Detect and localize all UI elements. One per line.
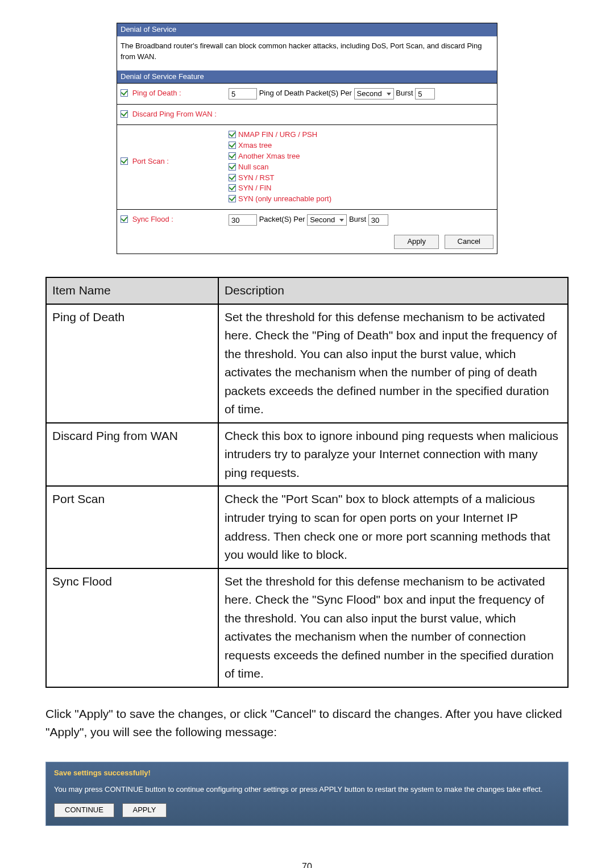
cancel-button[interactable]: Cancel xyxy=(445,235,493,249)
sync-flood-checkbox[interactable] xyxy=(121,215,128,223)
save-settings-panel: Save settings successfully! You may pres… xyxy=(45,762,569,826)
syn-only-label: SYN (only unreachable port) xyxy=(238,194,331,203)
discard-ping-checkbox[interactable] xyxy=(121,110,128,118)
null-scan-checkbox[interactable] xyxy=(229,163,236,171)
save-text: You may press CONTINUE button to continu… xyxy=(54,784,560,795)
dos-button-row: Apply Cancel xyxy=(117,230,497,254)
nmap-checkbox[interactable] xyxy=(229,131,236,138)
dos-header: Denial of Service xyxy=(117,23,497,36)
port-scan-label: Port Scan : xyxy=(132,157,169,165)
xmas-checkbox[interactable] xyxy=(229,142,236,149)
row-desc: Set the threshold for this defense mecha… xyxy=(218,304,568,423)
discard-ping-row: Discard Ping From WAN : xyxy=(117,104,497,124)
null-scan-label: Null scan xyxy=(238,163,268,171)
port-scan-row: Port Scan : NMAP FIN / URG / PSH Xmas tr… xyxy=(117,124,497,209)
row-name: Sync Flood xyxy=(46,568,218,687)
dos-settings-panel: Denial of Service The Broadband router's… xyxy=(117,23,497,254)
syn-fin-checkbox[interactable] xyxy=(229,184,236,192)
sync-flood-label: Sync Flood : xyxy=(132,215,173,223)
body-paragraph: Click "Apply" to save the changes, or cl… xyxy=(45,705,569,742)
header-item-name: Item Name xyxy=(46,277,218,304)
page-number: 70 xyxy=(45,860,569,868)
save-title: Save settings successfully! xyxy=(54,768,560,779)
sync-count-input[interactable]: 30 xyxy=(229,214,257,226)
description-table: Item Name Description Ping of Death Set … xyxy=(45,277,569,688)
continue-button[interactable]: CONTINUE xyxy=(54,803,114,817)
syn-rst-checkbox[interactable] xyxy=(229,174,236,181)
syn-only-checkbox[interactable] xyxy=(229,195,236,202)
sync-flood-row: Sync Flood : 30 Packet(S) Per Second Bur… xyxy=(117,209,497,230)
table-header-row: Item Name Description xyxy=(46,277,568,304)
another-xmas-checkbox[interactable] xyxy=(229,152,236,160)
table-row: Port Scan Check the "Port Scan" box to b… xyxy=(46,486,568,568)
another-xmas-label: Another Xmas tree xyxy=(238,152,300,160)
dos-intro-text: The Broadband router's firewall can bloc… xyxy=(117,36,497,70)
row-desc: Check the "Port Scan" box to block attem… xyxy=(218,486,568,568)
row-name: Port Scan xyxy=(46,486,218,568)
syn-rst-label: SYN / RST xyxy=(238,173,275,182)
apply-button[interactable]: Apply xyxy=(394,235,439,249)
port-scan-checkbox[interactable] xyxy=(121,157,128,165)
xmas-label: Xmas tree xyxy=(238,141,272,149)
table-row: Sync Flood Set the threshold for this de… xyxy=(46,568,568,687)
sync-text: Packet(S) Per xyxy=(259,215,305,224)
ping-of-death-label: Ping of Death : xyxy=(132,89,181,97)
ping-text: Ping of Death Packet(S) Per xyxy=(259,89,352,98)
sync-unit-select[interactable]: Second xyxy=(307,214,347,226)
header-description: Description xyxy=(218,277,568,304)
row-desc: Check this box to ignore inbound ping re… xyxy=(218,423,568,487)
ping-count-input[interactable]: 5 xyxy=(229,88,257,99)
ping-of-death-checkbox[interactable] xyxy=(121,89,128,97)
syn-fin-label: SYN / FIN xyxy=(238,184,272,192)
table-row: Ping of Death Set the threshold for this… xyxy=(46,304,568,423)
ping-unit-select[interactable]: Second xyxy=(354,88,394,99)
nmap-label: NMAP FIN / URG / PSH xyxy=(238,130,317,139)
sync-burst-input[interactable]: 30 xyxy=(368,214,388,226)
row-name: Ping of Death xyxy=(46,304,218,423)
ping-burst-label: Burst xyxy=(396,89,413,98)
ping-burst-input[interactable]: 5 xyxy=(415,88,435,99)
sync-burst-label: Burst xyxy=(349,215,366,224)
dos-feature-header: Denial of Service Feature xyxy=(117,70,497,84)
row-name: Discard Ping from WAN xyxy=(46,423,218,487)
row-desc: Set the threshold for this defense mecha… xyxy=(218,568,568,687)
discard-ping-label: Discard Ping From WAN : xyxy=(132,110,217,118)
apply-button-2[interactable]: APPLY xyxy=(122,803,167,817)
ping-of-death-row: Ping of Death : 5 Ping of Death Packet(S… xyxy=(117,83,497,104)
table-row: Discard Ping from WAN Check this box to … xyxy=(46,423,568,487)
